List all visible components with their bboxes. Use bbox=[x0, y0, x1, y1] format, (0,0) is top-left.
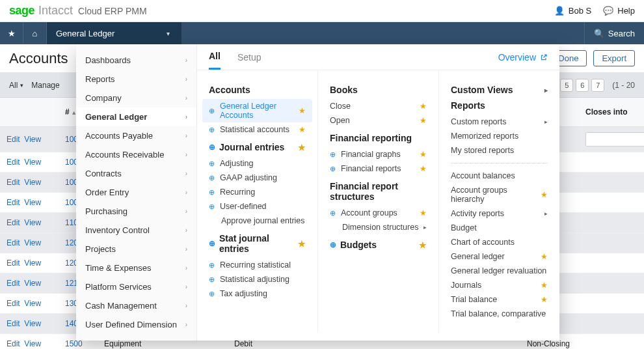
menu-approve-je[interactable]: Approve journal entries bbox=[209, 214, 306, 228]
edit-link[interactable]: Edit bbox=[7, 339, 20, 348]
sidebar-item-company[interactable]: Company› bbox=[76, 89, 196, 107]
view-link[interactable]: View bbox=[24, 178, 41, 187]
search-icon: 🔍 bbox=[594, 29, 604, 38]
sidebar-item-contracts[interactable]: Contracts› bbox=[76, 164, 196, 183]
sidebar-item-cash-management[interactable]: Cash Management› bbox=[76, 296, 196, 315]
tab-setup[interactable]: Setup bbox=[237, 52, 262, 69]
view-link[interactable]: View bbox=[24, 135, 41, 144]
account-number[interactable]: 1500 bbox=[65, 339, 83, 348]
view-link[interactable]: View bbox=[24, 339, 41, 348]
sidebar-item-accounts-payable[interactable]: Accounts Payable› bbox=[76, 126, 196, 145]
view-link[interactable]: View bbox=[24, 158, 41, 167]
menu-my-stored[interactable]: My stored reports bbox=[451, 143, 548, 158]
edit-link[interactable]: Edit bbox=[7, 198, 20, 207]
sidebar-item-time-expenses[interactable]: Time & Expenses› bbox=[76, 258, 196, 277]
nav-module-select[interactable]: General Ledger ▾ bbox=[47, 22, 182, 44]
menu-journals[interactable]: Journals★ bbox=[451, 278, 548, 292]
menu-tax-adj[interactable]: ⊕Tax adjusting bbox=[209, 286, 306, 301]
star-icon: ★ bbox=[298, 239, 306, 249]
menu-account-groups[interactable]: ⊕Account groups★ bbox=[330, 206, 427, 220]
row-actions: Edit View bbox=[0, 273, 59, 294]
custom-views-heading[interactable]: Custom Views▸ bbox=[451, 85, 548, 95]
edit-link[interactable]: Edit bbox=[7, 258, 20, 268]
view-link[interactable]: View bbox=[24, 299, 41, 308]
edit-link[interactable]: Edit bbox=[7, 135, 20, 144]
menu-fin-graphs[interactable]: ⊕Financial graphs★ bbox=[330, 147, 427, 161]
edit-link[interactable]: Edit bbox=[7, 218, 20, 227]
menu-coa[interactable]: Chart of accounts bbox=[451, 235, 548, 249]
sidebar-item-inventory-control[interactable]: Inventory Control› bbox=[76, 221, 196, 240]
nav-favorite[interactable]: ★ bbox=[0, 22, 23, 44]
export-button[interactable]: Export bbox=[593, 50, 635, 66]
menu-dim-struct[interactable]: Dimension structures▸ bbox=[330, 220, 427, 234]
menu-open-books[interactable]: Open★ bbox=[330, 113, 427, 128]
menu-gl-reval[interactable]: General ledger revaluation bbox=[451, 264, 548, 278]
sidebar-item-purchasing[interactable]: Purchasing› bbox=[76, 202, 196, 221]
view-link[interactable]: View bbox=[24, 279, 41, 288]
pager-7[interactable]: 7 bbox=[591, 79, 604, 92]
stat-je-heading[interactable]: ⊕Stat journal entries★ bbox=[209, 233, 306, 254]
closes-into-input[interactable] bbox=[585, 132, 644, 147]
sidebar-item-user-defined-dimension[interactable]: User Defined Dimension› bbox=[76, 315, 196, 334]
menu-memorized-reports[interactable]: Memorized reports bbox=[451, 129, 548, 143]
view-link[interactable]: View bbox=[24, 238, 41, 247]
star-icon: ★ bbox=[420, 116, 427, 125]
edit-link[interactable]: Edit bbox=[7, 319, 20, 328]
user-menu[interactable]: 👤 Bob S bbox=[554, 6, 591, 16]
menu-budget[interactable]: Budget bbox=[451, 221, 548, 235]
view-link[interactable]: View bbox=[24, 258, 41, 268]
sidebar-item-reports[interactable]: Reports› bbox=[76, 70, 196, 89]
menu-custom-reports[interactable]: Custom reports▸ bbox=[451, 115, 548, 129]
pager-5[interactable]: 5 bbox=[560, 79, 573, 92]
col-closes-into[interactable]: Closes into bbox=[579, 98, 644, 127]
edit-link[interactable]: Edit bbox=[7, 158, 20, 167]
row-actions: Edit View bbox=[0, 294, 59, 314]
menu-trial-balance[interactable]: Trial balance★ bbox=[451, 292, 548, 307]
plus-icon: ⊕ bbox=[209, 126, 215, 134]
menu-recurring-stat[interactable]: ⊕Recurring statistical bbox=[209, 258, 306, 272]
menu-account-groups-hier[interactable]: Account groups hierarchy★ bbox=[451, 183, 548, 206]
menu-close-books[interactable]: Close★ bbox=[330, 99, 427, 113]
menu-stat-adj[interactable]: ⊕Statistical adjusting bbox=[209, 272, 306, 286]
nav-search[interactable]: 🔍 Search bbox=[584, 22, 644, 44]
view-link[interactable]: View bbox=[24, 218, 41, 227]
sidebar-item-order-entry[interactable]: Order Entry› bbox=[76, 183, 196, 202]
user-name: Bob S bbox=[569, 6, 591, 16]
overview-link[interactable]: Overview bbox=[498, 52, 548, 69]
menu-gaap[interactable]: ⊕GAAP adjusting bbox=[209, 171, 306, 185]
manage-views[interactable]: Manage bbox=[31, 81, 59, 90]
menu-stat-accounts[interactable]: ⊕Statistical accounts★ bbox=[209, 122, 306, 137]
menu-fin-reports[interactable]: ⊕Financial reports★ bbox=[330, 161, 427, 176]
budgets-heading[interactable]: ⊕Budgets★ bbox=[330, 240, 427, 250]
view-link[interactable]: View bbox=[24, 319, 41, 328]
sidebar-item-general-ledger[interactable]: General Ledger› bbox=[76, 107, 196, 126]
filter-all[interactable]: All▾ bbox=[9, 81, 23, 90]
pager-6[interactable]: 6 bbox=[576, 79, 589, 92]
edit-link[interactable]: Edit bbox=[7, 279, 20, 288]
menu-gl-report[interactable]: General ledger★ bbox=[451, 249, 548, 264]
menu-account-balances[interactable]: Account balances bbox=[451, 169, 548, 183]
row-actions: Edit View bbox=[0, 193, 59, 213]
menu-trial-balance-comp[interactable]: Trial balance, comparative bbox=[451, 307, 548, 321]
sidebar-item-projects[interactable]: Projects› bbox=[76, 240, 196, 258]
menu-gl-accounts[interactable]: ⊕General Ledger Accounts★ bbox=[202, 99, 312, 122]
sidebar-item-accounts-receivable[interactable]: Accounts Receivable› bbox=[76, 145, 196, 164]
edit-link[interactable]: Edit bbox=[7, 299, 20, 308]
journal-entries-heading[interactable]: ⊕Journal entries★ bbox=[209, 142, 306, 152]
nav-home[interactable]: ⌂ bbox=[23, 22, 47, 44]
edit-link[interactable]: Edit bbox=[7, 178, 20, 187]
plus-icon: ⊕ bbox=[330, 209, 336, 217]
edit-link[interactable]: Edit bbox=[7, 238, 20, 247]
chevron-right-icon: › bbox=[185, 321, 187, 328]
sidebar-item-platform-services[interactable]: Platform Services› bbox=[76, 277, 196, 296]
row-actions: Edit View bbox=[0, 127, 59, 152]
help-link[interactable]: 💬 Help bbox=[603, 6, 635, 16]
menu-user-defined[interactable]: ⊕User-defined bbox=[209, 199, 306, 214]
chevron-right-icon: ▸ bbox=[544, 87, 548, 94]
menu-activity-reports[interactable]: Activity reports▸ bbox=[451, 206, 548, 221]
menu-recurring[interactable]: ⊕Recurring bbox=[209, 185, 306, 199]
view-link[interactable]: View bbox=[24, 198, 41, 207]
sidebar-item-dashboards[interactable]: Dashboards› bbox=[76, 51, 196, 70]
tab-all[interactable]: All bbox=[209, 51, 221, 70]
menu-adjusting[interactable]: ⊕Adjusting bbox=[209, 156, 306, 171]
